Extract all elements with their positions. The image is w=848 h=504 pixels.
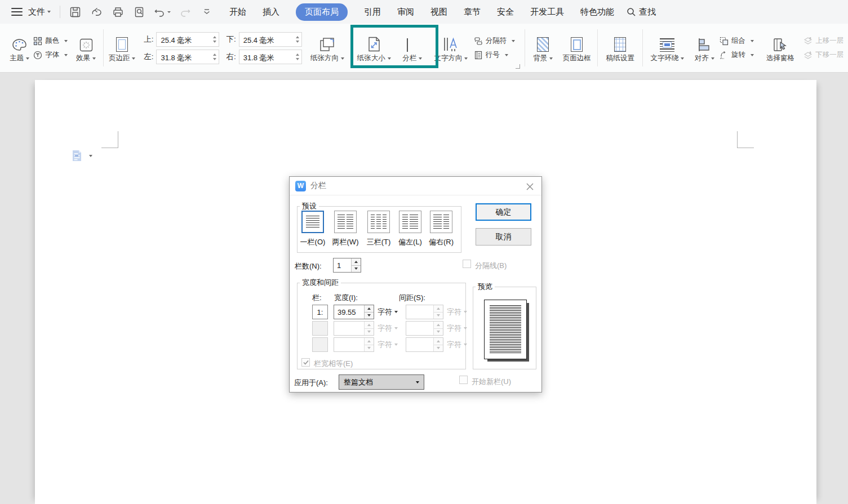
width-spinner-1[interactable]: 39.55	[334, 305, 374, 319]
spinner-buttons[interactable]	[294, 50, 301, 64]
spinner-buttons[interactable]	[294, 33, 301, 46]
bring-forward-label: 上移一层	[815, 36, 843, 46]
paper-size-button[interactable]: 纸张大小	[352, 24, 396, 72]
preset-label: 三栏(T)	[367, 237, 391, 247]
quick-access-toolbar	[68, 5, 214, 19]
margin-top-field[interactable]: 25.4 毫米	[156, 32, 219, 47]
columns-label: 分栏	[402, 53, 416, 63]
print-icon[interactable]	[111, 5, 125, 19]
page-border-button[interactable]: 页面边框	[558, 24, 595, 72]
find-button[interactable]: 查找	[627, 7, 656, 17]
color-label: 颜色	[45, 36, 59, 46]
save-icon[interactable]	[68, 5, 82, 19]
columns-count-value: 1	[334, 258, 351, 272]
cancel-button[interactable]: 取消	[476, 228, 531, 246]
file-menu-button[interactable]: 文件	[28, 7, 51, 17]
group-button[interactable]: 组合	[720, 36, 757, 46]
spinner-buttons[interactable]	[211, 50, 219, 64]
preset-left-offset-icon	[399, 211, 421, 233]
redo-icon	[179, 5, 192, 19]
color-button[interactable]: 颜色	[33, 36, 71, 46]
margin-left-field[interactable]: 31.8 毫米	[156, 50, 219, 64]
ok-button[interactable]: 确定	[476, 203, 531, 221]
hamburger-icon[interactable]	[11, 8, 23, 16]
tab-section[interactable]: 章节	[464, 7, 481, 17]
tab-security[interactable]: 安全	[497, 7, 514, 17]
width-spacing-legend: 宽度和间距	[300, 278, 341, 288]
theme-button[interactable]: 主题	[6, 24, 33, 72]
paper-orientation-button[interactable]: 纸张方向	[307, 24, 349, 72]
columns-button[interactable]: 分栏	[396, 24, 428, 72]
tab-home[interactable]: 开始	[229, 7, 246, 17]
spinner-buttons[interactable]	[351, 258, 361, 272]
equal-width-label: 栏宽相等(E)	[314, 359, 353, 369]
margin-bottom-field[interactable]: 25.4 毫米	[239, 32, 302, 47]
preset-label: 一栏(O)	[300, 237, 326, 247]
preset-one-column-icon	[301, 211, 324, 233]
breaks-label: 分隔符	[486, 36, 507, 46]
text-direction-button[interactable]: 文字方向	[428, 24, 474, 72]
spinner-buttons[interactable]	[211, 33, 219, 46]
more-tools-icon[interactable]	[200, 5, 214, 19]
preset-three-columns-icon	[367, 211, 390, 233]
export-pdf-icon[interactable]	[90, 5, 103, 19]
columns-count-label: 栏数(N):	[295, 261, 322, 271]
line-numbers-label: 行号	[486, 50, 500, 60]
selection-pane-icon	[772, 33, 788, 52]
text-wrap-button[interactable]: 文字环绕	[645, 24, 690, 72]
width-unit-dropdown-1[interactable]: 字符	[378, 307, 398, 317]
text-wrap-label: 文字环绕	[650, 53, 678, 63]
chevron-down-icon	[26, 57, 29, 60]
margins-button[interactable]: 页边距	[106, 24, 138, 72]
effects-button[interactable]: 效果	[71, 24, 101, 72]
background-button[interactable]: 背景	[527, 24, 558, 72]
line-numbers-button[interactable]: 行号	[474, 50, 523, 60]
undo-dropdown-icon[interactable]	[167, 11, 171, 13]
breaks-button[interactable]: 分隔符	[474, 36, 523, 46]
columns-count-spinner[interactable]: 1	[333, 258, 361, 273]
margin-right-field[interactable]: 31.8 毫米	[239, 50, 302, 64]
divider	[525, 29, 525, 66]
tab-special-features[interactable]: 特色功能	[580, 7, 614, 17]
spinner-buttons[interactable]	[364, 305, 374, 319]
presets-legend: 预设	[300, 201, 319, 211]
width-header: 宽度(I):	[334, 293, 358, 303]
dialog-launcher-icon[interactable]	[516, 64, 520, 69]
font-button[interactable]: 字体	[33, 50, 71, 60]
undo-icon[interactable]	[154, 5, 171, 19]
preset-right-offset[interactable]: 偏右(R)	[425, 211, 458, 247]
chevron-down-icon	[505, 54, 508, 56]
effects-label: 效果	[76, 53, 90, 63]
tab-review[interactable]: 审阅	[397, 7, 414, 17]
close-icon[interactable]	[525, 181, 535, 191]
tab-dev-tools[interactable]: 开发工具	[530, 7, 564, 17]
start-new-column-checkbox	[459, 376, 468, 384]
preset-one-column[interactable]: 一栏(O)	[296, 211, 329, 247]
align-button[interactable]: 对齐	[690, 24, 720, 72]
width-value: 39.55	[334, 305, 364, 319]
group-rotate-stack: 组合 旋转	[720, 24, 757, 72]
preset-left-offset[interactable]: 偏左(L)	[394, 211, 427, 247]
apply-to-dropdown[interactable]: 整篇文档	[339, 374, 424, 390]
preset-three-columns[interactable]: 三栏(T)	[362, 211, 395, 247]
width-spinner-2	[334, 321, 374, 336]
tab-view[interactable]: 视图	[430, 7, 447, 17]
wps-writer-window: 文件	[0, 0, 848, 504]
manuscript-grid-button[interactable]: 稿纸设置	[600, 24, 640, 72]
effects-icon	[79, 33, 94, 52]
preset-two-columns[interactable]: 两栏(W)	[329, 211, 362, 247]
tab-page-layout[interactable]: 页面布局	[296, 3, 348, 21]
print-preview-icon[interactable]	[132, 5, 146, 19]
rotate-button[interactable]: 旋转	[720, 50, 757, 60]
dialog-titlebar[interactable]: W 分栏	[290, 177, 541, 195]
tab-insert[interactable]: 插入	[263, 7, 279, 17]
tab-references[interactable]: 引用	[364, 7, 381, 17]
selection-pane-button[interactable]: 选择窗格	[757, 24, 804, 72]
paragraph-options-button[interactable]	[72, 150, 92, 162]
divider	[103, 29, 104, 66]
spacing-unit-dropdown-3: 字符	[447, 340, 467, 350]
chevron-down-icon	[464, 57, 468, 60]
columns-icon	[405, 33, 420, 52]
chevron-down-icon	[711, 57, 714, 60]
bring-forward-button: 上移一层	[803, 36, 848, 46]
